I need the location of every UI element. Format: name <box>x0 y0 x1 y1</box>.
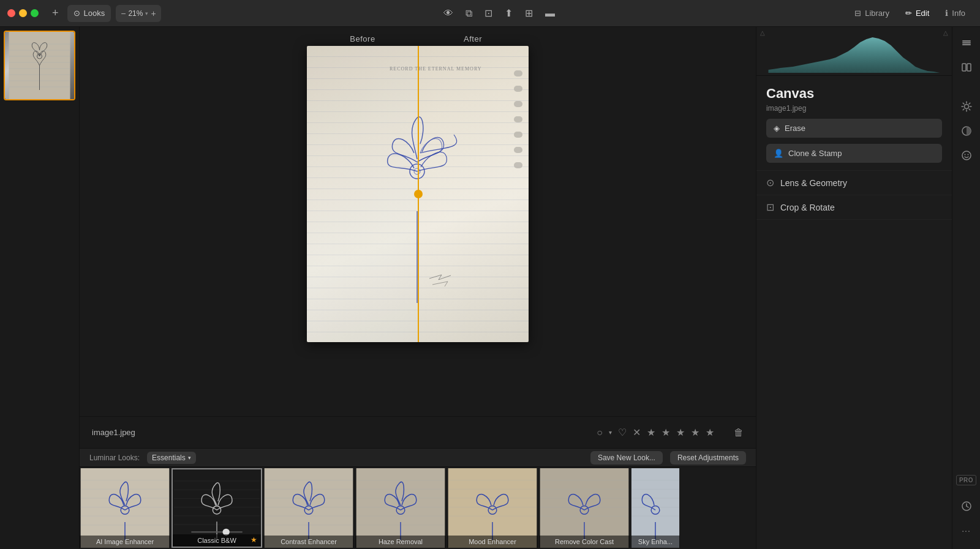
chevron-down-icon: ▾ <box>145 10 148 17</box>
face-icon-button[interactable] <box>956 144 978 166</box>
svg-rect-78 <box>962 64 966 71</box>
zoom-in-button[interactable]: + <box>151 9 156 18</box>
svg-line-95 <box>967 506 968 507</box>
heart-button[interactable]: ♡ <box>618 427 627 438</box>
svg-rect-14 <box>514 132 522 138</box>
zoom-out-button[interactable]: − <box>121 9 126 18</box>
right-icons-column: PRO ··· <box>952 27 980 549</box>
clone-stamp-button[interactable]: 👤 Clone & Stamp <box>766 144 942 163</box>
minimize-button[interactable] <box>19 9 27 17</box>
history-icon-button[interactable] <box>956 495 978 517</box>
svg-line-87 <box>969 103 970 104</box>
more-icon: ··· <box>962 526 971 536</box>
filename: image1.jpeg <box>92 428 135 437</box>
looks-button[interactable]: ⊙ Looks <box>67 5 111 22</box>
library-tab[interactable]: ⊟ Library <box>847 6 897 20</box>
look-label-mood-enhancer: Mood Enhancer <box>447 536 538 548</box>
svg-rect-15 <box>514 147 522 153</box>
before-after-labels: Before After <box>307 34 528 43</box>
lens-geometry-label: Lens & Geometry <box>780 178 847 188</box>
looks-dropdown-value: Essentials <box>152 454 186 462</box>
face-icon <box>960 149 973 162</box>
layers-icon-button[interactable] <box>956 32 978 54</box>
look-label-sky-enhancer: Sky Enha... <box>631 536 680 548</box>
looks-bar: Luminar Looks: Essentials ▾ Save New Loo… <box>80 448 756 466</box>
svg-point-80 <box>964 105 968 109</box>
clone-stamp-icon: 👤 <box>774 149 783 158</box>
nav-tabs: ⊟ Library ✏ Edit ℹ Info <box>847 6 973 20</box>
thumbnail-image <box>5 32 74 99</box>
svg-line-86 <box>969 109 970 110</box>
split-divider[interactable] <box>418 46 419 342</box>
more-icon-button[interactable]: ··· <box>956 520 978 542</box>
chevron-down-icon: ▾ <box>188 455 191 461</box>
histogram-arrows: △ △ <box>759 29 949 36</box>
svg-rect-10 <box>514 70 522 77</box>
add-button[interactable]: + <box>48 4 62 22</box>
erase-button[interactable]: ◈ Erase <box>766 119 942 138</box>
crop-rotate-label: Crop & Rotate <box>780 203 835 212</box>
look-item-remove-color-cast[interactable]: Remove Color Cast <box>539 468 630 548</box>
main-wrapper: Before After <box>0 27 980 549</box>
svg-point-91 <box>964 154 965 155</box>
looks-label: Looks <box>84 9 105 18</box>
compare-button[interactable]: ⧉ <box>462 6 476 21</box>
star-5[interactable]: ★ <box>706 427 714 438</box>
svg-rect-77 <box>962 44 971 45</box>
reject-button[interactable]: ✕ <box>633 427 641 438</box>
look-item-ai-image-enhancer[interactable]: AI Image Enhancer <box>80 468 170 548</box>
save-new-look-button[interactable]: Save New Look... <box>590 451 663 465</box>
looks-dropdown[interactable]: Essentials ▾ <box>147 452 196 464</box>
look-label-ai-image-enhancer: AI Image Enhancer <box>80 536 170 548</box>
sun-icon <box>960 100 973 113</box>
look-item-classic-bw[interactable]: Classic B&W ★ <box>172 468 262 548</box>
image-canvas[interactable]: RECORD THE ETERNAL MEMORY <box>307 46 529 342</box>
star-1[interactable]: ★ <box>647 427 655 438</box>
library-icon: ⊟ <box>854 9 861 18</box>
svg-rect-11 <box>514 86 522 92</box>
palette-icon-button[interactable] <box>956 120 978 142</box>
clone-stamp-label: Clone & Stamp <box>788 149 842 158</box>
crop-rotate-item[interactable]: ⊡ Crop & Rotate <box>756 195 952 220</box>
grid-button[interactable]: ⊞ <box>521 5 537 21</box>
look-label-classic-bw: Classic B&W <box>173 534 261 547</box>
look-label-haze-removal: Haze Removal <box>355 536 446 548</box>
delete-button[interactable]: 🗑 <box>734 427 744 438</box>
zoom-value: 21% <box>128 9 143 18</box>
label-circle-button[interactable]: ○ <box>597 427 603 438</box>
share-button[interactable]: ⬆ <box>501 5 516 21</box>
film-thumbnail[interactable] <box>4 31 75 100</box>
close-button[interactable] <box>7 9 15 17</box>
maximize-button[interactable] <box>31 9 39 17</box>
erase-icon: ◈ <box>774 124 780 133</box>
reset-adjustments-button[interactable]: Reset Adjustments <box>670 451 746 465</box>
star-2[interactable]: ★ <box>662 427 670 438</box>
info-icon: ℹ <box>945 9 948 18</box>
edit-icon: ✏ <box>905 9 912 18</box>
svg-line-88 <box>963 109 964 110</box>
look-item-contrast-enhancer[interactable]: Contrast Enhancer <box>263 468 354 548</box>
lens-geometry-item[interactable]: ⊙ Lens & Geometry <box>756 171 952 195</box>
info-bar: image1.jpeg ○ ▾ ♡ ✕ ★ ★ ★ ★ ★ 🗑 <box>80 416 756 448</box>
sun-icon-button[interactable] <box>956 95 978 118</box>
crop-button[interactable]: ⊡ <box>481 5 496 21</box>
center-canvas: Before After <box>80 27 756 416</box>
info-tab[interactable]: ℹ Info <box>938 6 973 20</box>
look-item-mood-enhancer[interactable]: Mood Enhancer <box>447 468 538 548</box>
looks-icon: ⊙ <box>74 9 80 18</box>
edit-tab[interactable]: ✏ Edit <box>898 6 937 20</box>
filmstrip-button[interactable]: ▬ <box>541 6 559 21</box>
look-item-sky-enhancer[interactable]: Sky Enha... <box>631 468 680 548</box>
after-label: After <box>418 34 528 43</box>
star-3[interactable]: ★ <box>676 427 685 438</box>
chevron-down-icon: ▾ <box>609 429 612 436</box>
star-4[interactable]: ★ <box>691 427 699 438</box>
clock-icon <box>960 500 973 512</box>
split-handle[interactable] <box>414 190 423 198</box>
columns-icon-button[interactable] <box>956 56 978 78</box>
zoom-control: − 21% ▾ + <box>116 5 160 22</box>
canvas-section: Canvas image1.jpeg ◈ Erase 👤 Clone & Sta… <box>756 76 952 171</box>
look-label-remove-color-cast: Remove Color Cast <box>539 536 630 548</box>
look-item-haze-removal[interactable]: Haze Removal <box>355 468 446 548</box>
eye-view-button[interactable]: 👁 <box>440 6 457 21</box>
